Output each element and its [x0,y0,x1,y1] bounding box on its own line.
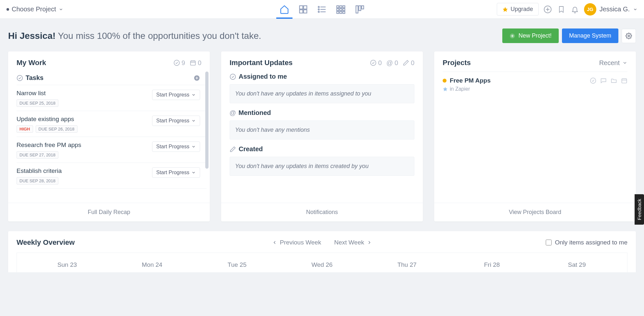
project-dot-icon [6,8,9,11]
task-row[interactable]: Establish criteriaDUE SEP 28, 2018Start … [17,163,207,189]
upgrade-button[interactable]: Upgrade [497,3,539,16]
only-assigned-checkbox[interactable]: Only items assigned to me [546,239,627,246]
check-circle-icon[interactable] [590,77,596,84]
mywork-stat-check: 9 [173,59,185,67]
projects-filter[interactable]: Recent [599,59,627,67]
pencil-icon [403,60,409,66]
svg-point-9 [318,11,319,12]
task-list: Narrow listDUE SEP 25, 2018Start Progres… [17,85,207,189]
created-heading: Created [230,145,414,153]
updates-title: Important Updates [230,59,292,67]
project-workspace: in Zapier [450,86,470,92]
next-week-button[interactable]: Next Week [334,239,372,246]
svg-rect-3 [304,10,307,13]
task-name: Update existing apps [17,116,78,123]
prev-week-button[interactable]: Previous Week [272,239,321,246]
calendar-icon[interactable] [621,77,627,84]
due-badge: DUE SEP 25, 2018 [17,99,58,107]
plus-circle-icon [509,33,515,39]
due-badge: DUE SEP 27, 2018 [17,151,58,159]
svg-rect-20 [359,6,361,10]
greeting-row: Hi Jessica! You miss 100% of the opportu… [0,19,644,51]
home-view-icon[interactable] [280,5,289,14]
mywork-footer[interactable]: Full Daily Recap [8,203,210,221]
next-week-label: Next Week [334,239,364,246]
svg-rect-38 [622,79,627,83]
task-row[interactable]: Narrow listDUE SEP 25, 2018Start Progres… [17,85,207,111]
svg-rect-21 [362,6,364,9]
start-progress-button[interactable]: Start Progress [152,167,200,178]
project-row[interactable]: Free PM Apps in Zapier [443,73,627,96]
project-icons [590,77,627,84]
due-badge: DUE SEP 26, 2018 [36,125,78,133]
start-progress-button[interactable]: Start Progress [152,90,200,100]
svg-rect-14 [340,8,342,10]
svg-point-37 [590,78,596,84]
chevron-down-icon [633,7,638,12]
user-name: Jessica G. [600,6,630,13]
day-header: Sun 23 [25,261,110,268]
task-name: Research free PM apps [17,141,81,149]
chat-icon[interactable] [600,77,607,84]
mywork-title: My Work [17,59,46,67]
project-selector[interactable]: Choose Project [6,6,63,13]
folder-icon[interactable] [611,77,617,84]
day-header: Mon 24 [110,261,195,268]
task-name: Establish criteria [17,167,62,175]
only-assigned-input[interactable] [546,240,552,245]
bell-button[interactable] [570,5,579,14]
svg-marker-40 [443,87,447,91]
user-menu[interactable]: JG Jessica G. [584,3,638,16]
settings-button[interactable] [622,29,636,43]
add-button[interactable] [543,5,552,14]
check-circle-icon [230,73,236,80]
new-project-button[interactable]: New Project! [502,28,559,43]
created-label: Created [239,145,263,153]
check-circle-icon [173,60,180,66]
manage-system-label: Manage System [569,32,611,39]
grid3-view-icon[interactable] [336,5,346,14]
assigned-heading: Assigned to me [230,73,414,80]
mentioned-section: @ Mentioned You don't have any mentions [230,109,414,140]
mentioned-label: Mentioned [239,109,271,117]
list-view-icon[interactable] [317,5,327,14]
project-selector-label: Choose Project [12,6,56,13]
task-name: Narrow list [17,90,58,97]
mywork-body: Tasks Narrow listDUE SEP 25, 2018Start P… [8,72,210,203]
updates-stat-at: @ 0 [386,59,398,67]
projects-title: Projects [443,59,471,67]
feedback-tab[interactable]: Feedback [635,194,644,225]
prev-week-label: Previous Week [280,239,321,246]
grid2-view-icon[interactable] [298,5,308,14]
chevron-down-icon [59,7,63,12]
manage-system-button[interactable]: Manage System [562,28,618,43]
add-task-button[interactable] [194,75,200,81]
svg-rect-13 [337,8,339,10]
mywork-stat-cal: 0 [190,59,201,67]
tasks-section-label: Tasks [26,74,43,82]
only-assigned-label: Only items assigned to me [555,239,627,246]
start-progress-button[interactable]: Start Progress [152,116,200,126]
updates-footer[interactable]: Notifications [221,203,423,221]
weekly-header: Weekly Overview Previous Week Next Week … [8,231,636,253]
priority-high-badge: HIGH [17,125,33,133]
svg-rect-2 [300,10,303,13]
task-row[interactable]: Update existing appsHIGHDUE SEP 26, 2018… [17,111,207,137]
scrollbar[interactable] [205,72,209,169]
top-nav: Choose Project Upgrade [0,0,644,19]
svg-rect-12 [343,6,345,7]
bookmark-button[interactable] [557,5,566,14]
gear-icon [626,33,632,39]
project-line1: Free PM Apps [443,77,627,84]
board-view-icon[interactable] [355,5,364,14]
day-header: Tue 25 [195,261,280,268]
projects-body: Free PM Apps in Zapier [434,72,636,203]
projects-header: Projects Recent [434,51,636,72]
task-row[interactable]: Research free PM appsDUE SEP 27, 2018Sta… [17,137,207,163]
mentioned-heading: @ Mentioned [230,109,414,117]
days-row: Sun 23Mon 24Tue 25Wed 26Thu 27Fri 28Sat … [17,253,627,272]
star-icon[interactable] [443,86,448,92]
start-progress-button[interactable]: Start Progress [152,141,200,152]
project-name: Free PM Apps [450,77,587,84]
projects-footer[interactable]: View Projects Board [434,203,636,221]
